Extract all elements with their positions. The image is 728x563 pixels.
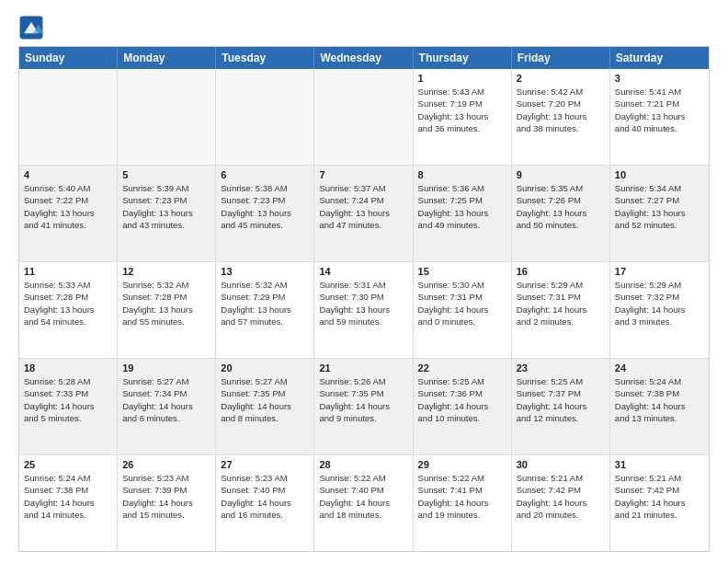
- table-row: 24Sunrise: 5:24 AMSunset: 7:38 PMDayligh…: [610, 359, 709, 454]
- cell-info-line: and 12 minutes.: [517, 412, 605, 424]
- cell-info-line: Sunset: 7:19 PM: [418, 98, 506, 109]
- cell-info-line: Sunset: 7:36 PM: [418, 387, 506, 399]
- cell-info-line: and 57 minutes.: [221, 316, 309, 327]
- day-number: 19: [122, 362, 210, 373]
- calendar-body: 1Sunrise: 5:43 AMSunset: 7:19 PMDaylight…: [19, 69, 709, 551]
- cell-info-line: and 6 minutes.: [122, 412, 210, 424]
- cell-info-line: Sunset: 7:28 PM: [122, 291, 210, 303]
- table-row: 5Sunrise: 5:39 AMSunset: 7:23 PMDaylight…: [118, 166, 216, 261]
- cell-info-line: Sunrise: 5:25 AM: [418, 375, 506, 387]
- cell-info-line: Daylight: 13 hours: [24, 207, 112, 219]
- cell-info-line: Sunset: 7:30 PM: [319, 291, 407, 303]
- cell-info-line: Daylight: 14 hours: [122, 497, 210, 509]
- cell-info-line: Sunrise: 5:27 AM: [122, 375, 210, 387]
- day-number: 27: [221, 459, 309, 470]
- day-number: 6: [221, 169, 309, 180]
- cell-info-line: and 38 minutes.: [517, 122, 605, 134]
- cell-info-line: Daylight: 13 hours: [319, 207, 407, 219]
- table-row: 31Sunrise: 5:21 AMSunset: 7:42 PMDayligh…: [610, 455, 709, 551]
- day-number: 10: [615, 169, 704, 180]
- cal-header-monday: Monday: [118, 47, 216, 69]
- cell-info-line: Sunrise: 5:21 AM: [615, 472, 704, 484]
- day-number: 31: [615, 459, 704, 470]
- cell-info-line: Daylight: 14 hours: [319, 497, 407, 509]
- cell-info-line: Sunrise: 5:33 AM: [24, 279, 112, 291]
- cell-info-line: Sunrise: 5:25 AM: [517, 375, 605, 387]
- day-number: 23: [517, 362, 605, 373]
- cell-info-line: Sunrise: 5:40 AM: [24, 182, 112, 194]
- table-row: 18Sunrise: 5:28 AMSunset: 7:33 PMDayligh…: [19, 359, 118, 454]
- cell-info-line: Daylight: 13 hours: [615, 110, 704, 122]
- cal-week-4: 18Sunrise: 5:28 AMSunset: 7:33 PMDayligh…: [19, 359, 709, 455]
- cell-info-line: and 0 minutes.: [418, 316, 506, 327]
- day-number: 8: [418, 169, 506, 180]
- cell-info-line: and 14 minutes.: [24, 509, 112, 521]
- table-row: 1Sunrise: 5:43 AMSunset: 7:19 PMDaylight…: [414, 69, 512, 165]
- day-number: 17: [615, 266, 704, 277]
- cell-info-line: Sunset: 7:35 PM: [319, 387, 407, 399]
- table-row: 15Sunrise: 5:30 AMSunset: 7:31 PMDayligh…: [414, 262, 512, 358]
- cell-info-line: Daylight: 13 hours: [221, 304, 309, 316]
- cell-info-line: Sunset: 7:33 PM: [24, 387, 112, 399]
- cell-info-line: Sunset: 7:32 PM: [615, 291, 704, 303]
- cell-info-line: Daylight: 14 hours: [122, 400, 210, 412]
- cal-week-3: 11Sunrise: 5:33 AMSunset: 7:28 PMDayligh…: [19, 262, 709, 359]
- logo-icon: [18, 15, 44, 40]
- cell-info-line: Daylight: 14 hours: [418, 497, 506, 509]
- day-number: 12: [122, 266, 210, 277]
- cell-info-line: Sunrise: 5:24 AM: [24, 472, 112, 484]
- cell-info-line: Sunset: 7:25 PM: [418, 194, 506, 206]
- calendar: SundayMondayTuesdayWednesdayThursdayFrid…: [18, 46, 710, 552]
- cell-info-line: and 43 minutes.: [122, 219, 210, 231]
- cell-info-line: and 47 minutes.: [319, 219, 407, 231]
- cell-info-line: Daylight: 14 hours: [418, 400, 506, 412]
- cell-info-line: Daylight: 14 hours: [221, 400, 309, 412]
- day-number: 26: [122, 459, 210, 470]
- page: SundayMondayTuesdayWednesdayThursdayFrid…: [0, 0, 728, 563]
- cell-info-line: and 50 minutes.: [517, 219, 605, 231]
- table-row: 29Sunrise: 5:22 AMSunset: 7:41 PMDayligh…: [414, 455, 512, 551]
- table-row: 2Sunrise: 5:42 AMSunset: 7:20 PMDaylight…: [512, 69, 610, 165]
- cell-info-line: Sunset: 7:23 PM: [122, 194, 210, 206]
- day-number: 11: [24, 266, 112, 277]
- day-number: 15: [418, 266, 506, 277]
- cal-week-5: 25Sunrise: 5:24 AMSunset: 7:38 PMDayligh…: [19, 455, 709, 551]
- cell-info-line: Sunset: 7:26 PM: [517, 194, 605, 206]
- cal-header-sunday: Sunday: [19, 47, 118, 69]
- cell-info-line: Sunrise: 5:21 AM: [517, 472, 605, 484]
- day-number: 16: [517, 266, 605, 277]
- cell-info-line: Daylight: 14 hours: [24, 400, 112, 412]
- table-row: 9Sunrise: 5:35 AMSunset: 7:26 PMDaylight…: [512, 166, 610, 261]
- cell-info-line: and 45 minutes.: [221, 219, 309, 231]
- cell-info-line: and 15 minutes.: [122, 509, 210, 521]
- day-number: 29: [418, 459, 506, 470]
- cell-info-line: Sunset: 7:38 PM: [24, 484, 112, 496]
- cell-info-line: and 40 minutes.: [615, 122, 704, 134]
- table-row: 26Sunrise: 5:23 AMSunset: 7:39 PMDayligh…: [118, 455, 216, 551]
- cal-header-thursday: Thursday: [414, 47, 512, 69]
- cell-info-line: and 8 minutes.: [221, 412, 309, 424]
- cell-info-line: and 5 minutes.: [24, 412, 112, 424]
- cell-info-line: Daylight: 14 hours: [319, 400, 407, 412]
- cell-info-line: Daylight: 14 hours: [517, 497, 605, 509]
- table-row: 17Sunrise: 5:29 AMSunset: 7:32 PMDayligh…: [610, 262, 709, 358]
- cell-info-line: and 3 minutes.: [615, 316, 704, 327]
- table-row: 14Sunrise: 5:31 AMSunset: 7:30 PMDayligh…: [314, 262, 413, 358]
- table-row: 28Sunrise: 5:22 AMSunset: 7:40 PMDayligh…: [314, 455, 413, 551]
- day-number: 21: [319, 362, 407, 373]
- cell-info-line: Daylight: 13 hours: [517, 110, 605, 122]
- header: [18, 15, 710, 40]
- cell-info-line: and 2 minutes.: [517, 316, 605, 327]
- logo: [18, 15, 48, 40]
- cell-info-line: and 19 minutes.: [418, 509, 506, 521]
- cell-info-line: Sunset: 7:21 PM: [615, 98, 704, 109]
- table-row: 12Sunrise: 5:32 AMSunset: 7:28 PMDayligh…: [118, 262, 216, 358]
- day-number: 5: [122, 169, 210, 180]
- cell-info-line: Sunrise: 5:34 AM: [615, 182, 704, 194]
- cell-info-line: Daylight: 14 hours: [418, 304, 506, 316]
- cell-info-line: Sunset: 7:39 PM: [122, 484, 210, 496]
- cell-info-line: Sunrise: 5:27 AM: [221, 375, 309, 387]
- table-row: 10Sunrise: 5:34 AMSunset: 7:27 PMDayligh…: [610, 166, 709, 261]
- table-row: 19Sunrise: 5:27 AMSunset: 7:34 PMDayligh…: [118, 359, 216, 454]
- cell-info-line: Sunset: 7:22 PM: [24, 194, 112, 206]
